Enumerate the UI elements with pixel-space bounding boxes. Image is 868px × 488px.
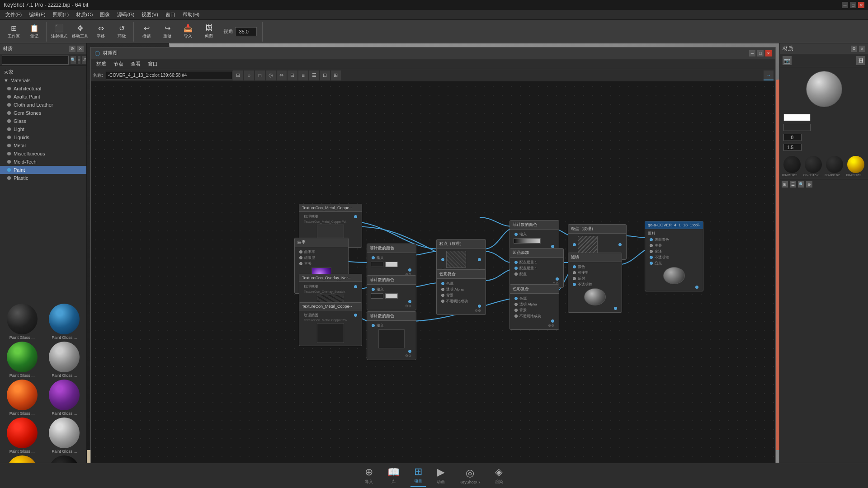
right-material-3[interactable]: 00-091627-... bbox=[846, 156, 866, 177]
node-fresnel-color-1[interactable]: 菲计数的颜色 输入 bbox=[367, 244, 416, 279]
gradient-swatch[interactable] bbox=[514, 238, 541, 244]
sidebar-item-mold-tech[interactable]: Mold-Tech bbox=[0, 158, 86, 166]
graph-tb-square-button[interactable]: □ bbox=[255, 70, 265, 80]
bottom-render-button[interactable]: ◈ 渲染 bbox=[491, 465, 507, 487]
output-port[interactable] bbox=[551, 319, 554, 323]
input-port[interactable] bbox=[573, 243, 576, 246]
sidebar-item-light[interactable]: Light bbox=[0, 125, 86, 133]
material-item-3[interactable]: Paint Gloss ... bbox=[44, 342, 85, 378]
sidebar-item-plastic[interactable]: Plastic bbox=[0, 174, 86, 182]
right-add-button[interactable]: ⊕ bbox=[806, 181, 812, 188]
input-port[interactable] bbox=[299, 262, 302, 265]
output-port[interactable] bbox=[354, 285, 357, 288]
sidebar-item-metal[interactable]: Metal bbox=[0, 141, 86, 150]
redo-button[interactable]: ↪ 重做 bbox=[157, 22, 177, 41]
graph-tb-list2-button[interactable]: ☰ bbox=[309, 70, 319, 80]
input-port[interactable] bbox=[514, 261, 518, 264]
output-port[interactable] bbox=[614, 307, 617, 310]
input-port[interactable] bbox=[514, 309, 518, 312]
output-port[interactable] bbox=[695, 286, 698, 289]
input-port[interactable] bbox=[514, 233, 518, 236]
maximize-button[interactable]: □ bbox=[850, 2, 856, 8]
sidebar-item-axalta-paint[interactable]: Axalta Paint bbox=[0, 93, 86, 101]
screenshot-button[interactable]: 🖼 截图 bbox=[199, 22, 219, 41]
input-port[interactable] bbox=[372, 288, 375, 291]
roughness-input[interactable] bbox=[783, 134, 802, 141]
node-final-material[interactable]: go-a-COVER_4_1_13_1:col- 覆料 表面着色 主关 bbox=[645, 221, 703, 291]
sidebar-item-cloth-leather[interactable]: Cloth and Leather bbox=[0, 101, 86, 109]
move-button[interactable]: ✥ 移动工具 bbox=[70, 22, 90, 41]
color-swatch-light[interactable] bbox=[385, 262, 398, 267]
graph-tb-ring-button[interactable]: ◎ bbox=[266, 70, 276, 80]
ior-input[interactable] bbox=[783, 144, 802, 151]
panel-close-button[interactable]: ✕ bbox=[77, 46, 84, 52]
right-material-0[interactable]: 00-091627-... bbox=[782, 156, 802, 177]
close-button[interactable]: ✕ bbox=[858, 2, 864, 8]
menu-view[interactable]: 视图(V) bbox=[138, 10, 162, 19]
input-port[interactable] bbox=[573, 283, 576, 286]
input-port[interactable] bbox=[514, 267, 518, 270]
material-item-1[interactable]: Paint Gloss ... bbox=[44, 304, 85, 340]
input-port[interactable] bbox=[650, 238, 653, 241]
input-port[interactable] bbox=[573, 265, 576, 268]
color-swatch-light[interactable] bbox=[385, 293, 398, 299]
input-port[interactable] bbox=[299, 256, 302, 259]
import-button[interactable]: 📥 导入 bbox=[178, 22, 198, 41]
zoom-input[interactable] bbox=[235, 27, 257, 36]
minimize-button[interactable]: ─ bbox=[842, 2, 848, 8]
right-camera-button[interactable]: 📷 bbox=[783, 56, 792, 65]
output-port[interactable] bbox=[408, 300, 411, 303]
right-panel-close-button[interactable]: ✕ bbox=[859, 46, 865, 52]
node-fresnel-color-4[interactable]: 菲计数的颜色 输入 ⚙⚙ bbox=[367, 311, 416, 360]
bottom-library-button[interactable]: 📖 库 bbox=[384, 465, 403, 487]
output-port[interactable] bbox=[618, 243, 622, 246]
output-port[interactable] bbox=[354, 215, 357, 218]
menu-edit[interactable]: 编辑(E) bbox=[25, 10, 49, 19]
dark-color-swatch[interactable] bbox=[783, 124, 811, 131]
menu-file[interactable]: 文件(F) bbox=[2, 10, 25, 19]
undo-button[interactable]: ↩ 撤销 bbox=[137, 22, 156, 41]
node-fresnel-color-3[interactable]: 菲计数的颜色 输入 bbox=[367, 275, 416, 310]
search-reset-button[interactable]: ↺ bbox=[82, 56, 86, 64]
menu-image[interactable]: 图像 bbox=[96, 10, 113, 19]
input-port[interactable] bbox=[441, 282, 444, 285]
material-name-input[interactable] bbox=[106, 71, 232, 80]
tree-materials-expand[interactable]: ▼ Materials bbox=[0, 76, 86, 84]
panel-settings-button[interactable]: ⚙ bbox=[69, 46, 75, 52]
right-grid-button[interactable]: ⊞ bbox=[782, 181, 788, 188]
material-item-4[interactable]: Paint Gloss ... bbox=[2, 380, 42, 416]
notes-button[interactable]: 📋 笔记 bbox=[24, 22, 44, 41]
bottom-animation-button[interactable]: ▶ 动画 bbox=[433, 465, 448, 487]
node-multiply-1[interactable]: 色彩复合 色源 透明 Alpha 背景 bbox=[436, 269, 486, 315]
input-port[interactable] bbox=[441, 294, 444, 297]
color-swatch-dark[interactable] bbox=[371, 262, 383, 267]
right-search-button[interactable]: 🔍 bbox=[798, 181, 804, 188]
right-material-2[interactable]: 00-091627-... bbox=[825, 156, 845, 177]
graph-tb-arrow-button[interactable]: → bbox=[764, 70, 774, 80]
graph-maximize-button[interactable]: □ bbox=[757, 50, 764, 56]
color-swatch-dark[interactable] bbox=[371, 293, 383, 299]
sidebar-item-liquids[interactable]: Liquids bbox=[0, 133, 86, 141]
right-material-1[interactable]: 00-091627-... bbox=[803, 156, 823, 177]
search-input[interactable] bbox=[2, 56, 69, 65]
node-bump-add[interactable]: 凹凸添加 配点层量 1 配点层量 1 配点 bbox=[509, 248, 564, 288]
menu-material[interactable]: 材质(C) bbox=[72, 10, 96, 19]
workspace-button[interactable]: ⊞ 工作区 bbox=[4, 22, 24, 41]
node-texture-3[interactable]: TextureCon_Metal_Coppe-- 纹理贴图 TextureCon… bbox=[299, 302, 362, 346]
graph-menu-view[interactable]: 查看 bbox=[127, 60, 144, 68]
graph-close-button[interactable]: ✕ bbox=[765, 50, 772, 56]
sidebar-item-glass[interactable]: Glass bbox=[0, 117, 86, 125]
graph-menu-material[interactable]: 材质 bbox=[93, 60, 110, 68]
graph-tb-grid-button[interactable]: ⊞ bbox=[233, 70, 243, 80]
node-filter[interactable]: 滤镜 颜色 相接里 反射 bbox=[568, 253, 622, 313]
input-port[interactable] bbox=[372, 324, 375, 327]
search-button[interactable]: 🔍 bbox=[71, 56, 76, 64]
graph-minimize-button[interactable]: ─ bbox=[749, 50, 755, 56]
pan-button[interactable]: ⇔ 平移 bbox=[91, 22, 111, 41]
input-port[interactable] bbox=[514, 272, 518, 276]
graph-tb-minus-button[interactable]: ⊟ bbox=[288, 70, 297, 80]
sidebar-item-gem-stones[interactable]: Gem Stones bbox=[0, 109, 86, 117]
output-port[interactable] bbox=[478, 305, 481, 308]
bottom-import-button[interactable]: ⊕ 导入 bbox=[361, 465, 377, 487]
menu-source[interactable]: 源码(G) bbox=[113, 10, 138, 19]
